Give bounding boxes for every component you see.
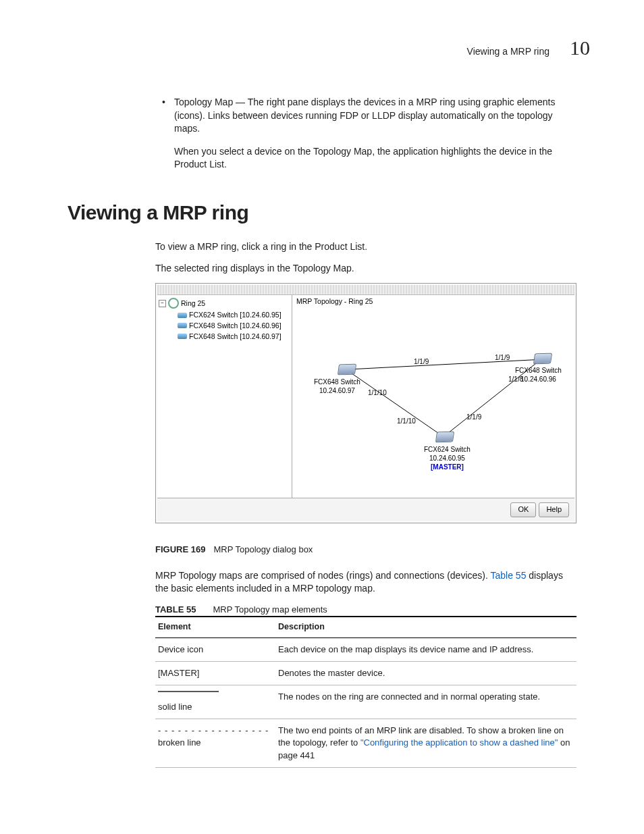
bullet-dot: • [162, 96, 174, 136]
edge-label: 1/1/9 [414, 357, 429, 366]
tree-pane[interactable]: − Ring 25 FCX624 Switch [10.24.60.95] FC… [157, 295, 292, 498]
tree-item[interactable]: FCX648 Switch [10.24.60.96] [189, 321, 281, 331]
edge-label: 1/1/10 [397, 417, 416, 425]
dashed-line-link[interactable]: "Configuring the application to show a d… [360, 737, 558, 748]
edge-label: 1/1/10 [368, 388, 387, 397]
collapse-icon[interactable]: − [159, 300, 166, 307]
cell-description: The two end points of an MRP link are di… [275, 719, 576, 768]
table-55-link[interactable]: Table 55 [490, 570, 526, 581]
node-left-name: FCX648 Switch [314, 378, 360, 386]
table-caption: TABLE 55MRP Topology map elements [155, 604, 590, 616]
node-icon-bottom[interactable] [435, 432, 454, 443]
cell-element: solid line [155, 685, 275, 719]
cell-description: Denotes the master device. [275, 661, 576, 685]
dashed-line-swatch: - - - - - - - - - - - - - - - - - [158, 725, 269, 735]
table-55: Element Description Device icon Each dev… [155, 616, 576, 768]
switch-icon [178, 313, 187, 318]
cell-element: [MASTER] [155, 661, 275, 685]
col-header-element: Element [155, 617, 275, 637]
ring-icon [168, 298, 179, 309]
figure-169: − Ring 25 FCX624 Switch [10.24.60.95] FC… [155, 283, 576, 523]
node-icon-left[interactable] [338, 364, 356, 375]
edge-label: 1/1/9 [495, 353, 510, 362]
dialog-toolbar [157, 285, 574, 295]
ok-button[interactable]: OK [510, 502, 536, 517]
tree-item[interactable]: FCX624 Switch [10.24.60.95] [189, 310, 281, 320]
table-row: solid line The nodes on the ring are con… [155, 685, 576, 719]
help-button[interactable]: Help [539, 502, 569, 517]
master-tag: [MASTER] [431, 463, 464, 471]
table-row: [MASTER] Denotes the master device. [155, 661, 576, 685]
switch-icon [178, 334, 187, 339]
section-heading: Viewing a MRP ring [68, 199, 590, 227]
edge-label: 1/1/9 [466, 413, 481, 421]
node-right-name: FCX648 Switch [515, 367, 562, 374]
tree-root-label[interactable]: Ring 25 [181, 298, 205, 309]
node-right-ip: 10.24.60.96 [520, 375, 556, 383]
node-bottom-name: FCX624 Switch [424, 446, 471, 453]
cell-description: The nodes on the ring are connected and … [275, 685, 576, 719]
cell-element: Device icon [155, 637, 275, 661]
cell-description: Each device on the map displays its devi… [275, 637, 576, 661]
after-figure-para: MRP Topology maps are comprised of nodes… [155, 569, 576, 596]
solid-line-swatch [158, 691, 219, 692]
para-2: The selected ring displays in the Topolo… [155, 262, 576, 276]
bullet-text: Topology Map — The right pane displays t… [174, 96, 576, 136]
svg-line-2 [346, 369, 444, 437]
tree-item[interactable]: FCX648 Switch [10.24.60.97] [189, 332, 281, 342]
svg-line-0 [346, 359, 541, 369]
table-row: Device icon Each device on the map displ… [155, 637, 576, 661]
node-left-ip: 10.24.60.97 [319, 387, 355, 394]
switch-icon [178, 323, 187, 328]
figure-caption: FIGURE 169MRP Topology dialog box [155, 544, 590, 556]
page-header-title: Viewing a MRP ring [467, 45, 549, 59]
node-icon-right[interactable] [533, 353, 552, 365]
cell-element: - - - - - - - - - - - - - - - - - broken… [155, 719, 275, 768]
bullet-follow-text: When you select a device on the Topology… [174, 145, 576, 172]
chapter-number: 10 [570, 34, 590, 62]
node-bottom-ip: 10.24.60.95 [429, 454, 465, 462]
edge-label: 1/1/8 [508, 375, 523, 384]
topology-pane[interactable]: MRP Topology - Ring 25 FCX648 Switch 10.… [292, 295, 574, 498]
col-header-description: Description [275, 617, 576, 637]
para-1: To view a MRP ring, click a ring in the … [155, 240, 576, 254]
table-row: - - - - - - - - - - - - - - - - - broken… [155, 719, 576, 768]
